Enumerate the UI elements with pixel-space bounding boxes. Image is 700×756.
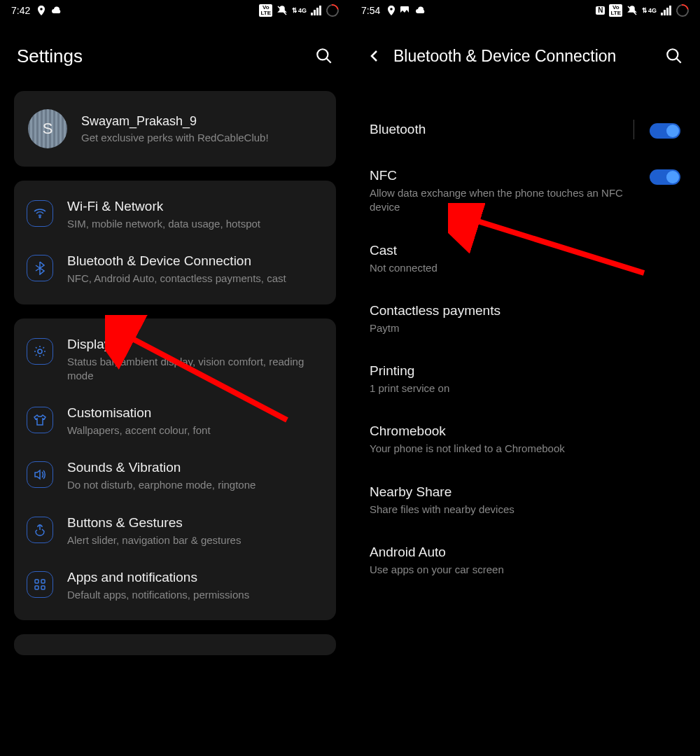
svg-point-12 [667, 49, 678, 59]
shirt-icon [27, 407, 53, 433]
nfc-badge: N [596, 6, 605, 15]
svg-rect-8 [41, 586, 45, 589]
svg-point-10 [390, 8, 393, 10]
setting-title: Android Auto [370, 545, 680, 560]
menu-item-sub: Alert slider, navigation bar & gestures [67, 533, 323, 547]
menu-item-title: Customisation [67, 405, 323, 421]
profile-subtitle: Get exclusive perks with RedCableClub! [81, 132, 269, 144]
battery-circle-icon [323, 1, 341, 19]
signal-icon [661, 6, 672, 15]
connectivity-card: Wi-Fi & Network SIM, mobile network, dat… [14, 181, 336, 304]
menu-item-title: Sounds & Vibration [67, 460, 323, 475]
menu-sounds[interactable]: Sounds & Vibration Do not disturb, earph… [14, 449, 336, 503]
apps-icon [27, 571, 53, 598]
network-4g-icon: ⇅4G [292, 7, 307, 14]
search-icon[interactable] [665, 47, 683, 65]
menu-item-sub: SIM, mobile network, data usage, hotspot [67, 217, 323, 231]
menu-item-sub: NFC, Android Auto, contactless payments,… [67, 272, 323, 286]
gesture-icon [27, 517, 53, 543]
svg-line-13 [676, 58, 681, 63]
nfc-toggle[interactable] [650, 169, 680, 185]
wifi-icon [27, 200, 53, 227]
status-bar: 7:42 Vo LTE ⇅4G [0, 0, 350, 21]
signal-icon [311, 6, 322, 15]
cloud-icon [50, 6, 62, 15]
location-icon [37, 6, 46, 15]
volte-badge: Vo LTE [259, 4, 272, 17]
setting-contactless[interactable]: Contactless payments Paytm [370, 289, 680, 349]
battery-circle-icon [673, 1, 691, 19]
status-time: 7:54 [361, 5, 380, 16]
menu-bluetooth[interactable]: Bluetooth & Device Connection NFC, Andro… [14, 242, 336, 297]
menu-item-title: Buttons & Gestures [67, 515, 323, 531]
setting-chromebook[interactable]: Chromebook Your phone is not linked to a… [370, 410, 680, 470]
menu-item-sub: Wallpapers, accent colour, font [67, 424, 323, 438]
setting-title: Contactless payments [370, 303, 680, 318]
setting-cast[interactable]: Cast Not connected [370, 229, 680, 289]
status-time: 7:42 [11, 5, 30, 16]
page-header: Settings [0, 21, 350, 91]
menu-item-sub: Default apps, notifications, permissions [67, 588, 323, 602]
setting-nfc[interactable]: NFC Allow data exchange when the phone t… [370, 154, 680, 229]
mute-icon [276, 5, 288, 16]
bluetooth-toggle[interactable] [650, 123, 680, 139]
setting-sub: Use apps on your car screen [370, 563, 680, 577]
menu-item-title: Apps and notifications [67, 570, 323, 585]
setting-bluetooth[interactable]: Bluetooth [370, 108, 680, 154]
setting-title: Bluetooth [370, 122, 625, 137]
settings-list: S Swayam_Prakash_9 Get exclusive perks w… [0, 91, 350, 756]
menu-item-title: Bluetooth & Device Connection [67, 253, 323, 269]
cloud-icon [414, 6, 426, 15]
sound-icon [27, 461, 53, 488]
search-icon[interactable] [315, 47, 333, 65]
image-icon [400, 6, 410, 15]
next-card-peek [14, 634, 336, 655]
network-4g-icon: ⇅4G [642, 7, 657, 14]
setting-sub: Allow data exchange when the phone touch… [370, 186, 641, 215]
setting-title: Nearby Share [370, 484, 680, 500]
svg-rect-7 [35, 586, 38, 589]
setting-sub: Your phone is not linked to a Chromebook [370, 442, 680, 456]
setting-sub: Share files with nearby devices [370, 503, 680, 517]
svg-rect-5 [35, 580, 38, 583]
svg-point-1 [317, 49, 328, 59]
setting-title: Cast [370, 243, 680, 258]
setting-sub: 1 print service on [370, 382, 680, 396]
setting-android-auto[interactable]: Android Auto Use apps on your car screen [370, 531, 680, 591]
menu-wifi[interactable]: Wi-Fi & Network SIM, mobile network, dat… [14, 188, 336, 242]
avatar: S [28, 109, 67, 148]
setting-printing[interactable]: Printing 1 print service on [370, 349, 680, 410]
display-card: Display Status bar, ambient display, vis… [14, 318, 336, 621]
back-icon[interactable] [367, 48, 382, 64]
svg-line-2 [326, 58, 331, 63]
profile-name: Swayam_Prakash_9 [81, 114, 269, 129]
svg-point-4 [38, 349, 42, 354]
menu-customisation[interactable]: Customisation Wallpapers, accent colour,… [14, 394, 336, 449]
settings-screen: 7:42 Vo LTE ⇅4G Settings [0, 0, 350, 756]
settings-list: Bluetooth NFC Allow data exchange when t… [350, 91, 700, 608]
status-bar: 7:54 N Vo LTE ⇅4G [350, 0, 700, 21]
menu-item-title: Wi-Fi & Network [67, 199, 323, 214]
setting-title: Chromebook [370, 424, 680, 439]
setting-sub: Not connected [370, 261, 680, 275]
volte-badge: Vo LTE [609, 4, 622, 17]
menu-item-sub: Do not disturb, earphone mode, ringtone [67, 478, 323, 492]
brightness-icon [27, 338, 53, 365]
setting-title: NFC [370, 168, 641, 183]
bluetooth-icon [27, 255, 53, 281]
svg-point-3 [39, 216, 41, 218]
setting-title: Printing [370, 363, 680, 379]
bluetooth-screen: 7:54 N Vo LTE ⇅4G [350, 0, 700, 756]
menu-item-title: Display [67, 337, 323, 352]
page-header: Bluetooth & Device Connection [350, 21, 700, 91]
page-title: Settings [17, 46, 83, 67]
setting-nearby-share[interactable]: Nearby Share Share files with nearby dev… [370, 470, 680, 531]
menu-buttons[interactable]: Buttons & Gestures Alert slider, navigat… [14, 504, 336, 559]
menu-display[interactable]: Display Status bar, ambient display, vis… [14, 326, 336, 395]
location-icon [387, 6, 396, 15]
setting-sub: Paytm [370, 321, 680, 335]
profile-card[interactable]: S Swayam_Prakash_9 Get exclusive perks w… [14, 91, 336, 167]
page-title: Bluetooth & Device Connection [393, 47, 616, 66]
menu-apps[interactable]: Apps and notifications Default apps, not… [14, 559, 336, 613]
svg-point-0 [40, 8, 43, 10]
